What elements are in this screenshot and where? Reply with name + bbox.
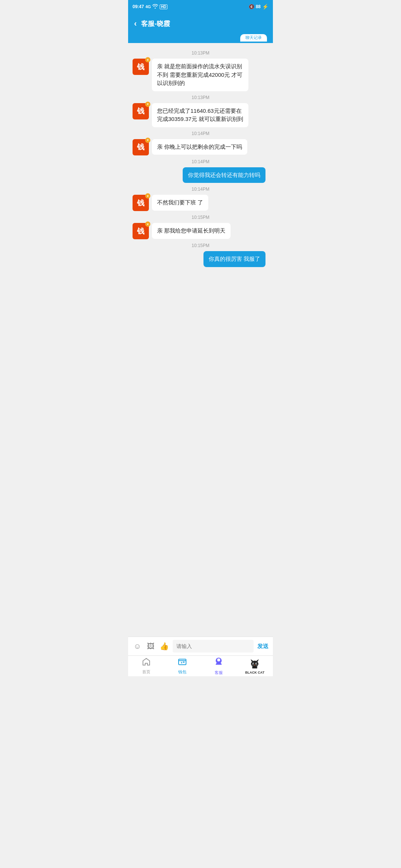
message-row-2: 钱 您已经完成了11640.63元还需要在完成30359.37元 就可以重新识别… (133, 103, 268, 127)
nav-wallet[interactable]: ¥ 钱包 (164, 657, 201, 675)
agent-avatar-5: 钱 (133, 195, 149, 211)
agent-avatar-3: 钱 (133, 139, 149, 155)
timestamp-3: 10:14PM (133, 131, 268, 136)
charging-icon: ⚡ (262, 4, 268, 10)
like-button[interactable]: 👍 (159, 641, 169, 651)
home-icon (142, 657, 151, 668)
bubble-6: 亲 那我给您申请延长到明天 (152, 223, 231, 239)
timestamp-6: 10:15PM (133, 215, 268, 220)
nav-service[interactable]: 客服 (200, 657, 237, 675)
message-row-1: 钱 亲 就是您前面操作的流水失误识别不到 需要您重新完成42000元 才可以识别… (133, 59, 268, 91)
status-left: 09:47 4G HD (133, 4, 167, 10)
wallet-icon: ¥ (178, 657, 187, 668)
bubble-2: 您已经完成了11640.63元还需要在完成30359.37元 就可以重新识别到 (152, 103, 248, 127)
chat-area: 10:13PM 钱 亲 就是您前面操作的流水失误识别不到 需要您重新完成4200… (128, 43, 273, 637)
bubble-3: 亲 你晚上可以把剩余的完成一下吗 (152, 139, 247, 155)
bubble-1: 亲 就是您前面操作的流水失误识别不到 需要您重新完成42000元 才可以识别到的 (152, 59, 248, 91)
message-row-3: 钱 亲 你晚上可以把剩余的完成一下吗 (133, 139, 268, 155)
nav-wallet-label: 钱包 (178, 669, 186, 675)
nav-blackcat[interactable]: BLACK CAT (237, 658, 273, 674)
blackcat-icon (248, 658, 261, 670)
avatar-badge-3 (145, 138, 150, 143)
header: ‹ 客服-晓霞 (128, 13, 273, 34)
agent-avatar-2: 钱 (133, 103, 149, 119)
hd-badge: HD (160, 4, 167, 9)
svg-text:¥: ¥ (181, 661, 183, 664)
timestamp-4: 10:14PM (133, 159, 268, 164)
timestamp-7: 10:15PM (133, 243, 268, 248)
avatar-badge-2 (145, 102, 150, 107)
chat-title: 客服-晓霞 (141, 19, 170, 28)
message-row-6: 钱 亲 那我给您申请延长到明天 (133, 223, 268, 239)
status-bar: 09:47 4G HD 🔇 88 ⚡ (128, 0, 273, 13)
avatar-badge-5 (145, 193, 150, 198)
time-display: 09:47 (133, 4, 144, 9)
message-row-7: 你真的很厉害 我服了 (133, 251, 268, 267)
svg-point-9 (253, 663, 254, 664)
nav-service-label: 客服 (215, 670, 223, 675)
mute-icon: 🔇 (249, 4, 254, 9)
message-row-5: 钱 不然我们要下班 了 (133, 195, 268, 211)
avatar-badge (145, 57, 150, 62)
back-button[interactable]: ‹ (134, 19, 137, 29)
tabs-bar: 聊天记录 (128, 34, 273, 43)
input-bar: ☺ 🖼 👍 发送 (128, 637, 273, 655)
battery-container: 88 (256, 4, 261, 9)
input-icons: ☺ 🖼 👍 (133, 641, 169, 651)
svg-point-10 (256, 663, 257, 664)
agent-avatar: 钱 (133, 59, 149, 75)
nav-home-label: 首页 (142, 669, 150, 675)
wifi-icon (152, 4, 158, 10)
bubble-5: 不然我们要下班 了 (152, 195, 208, 211)
message-row-4: 你觉得我还会转还有能力转吗 (133, 167, 268, 183)
bubble-4: 你觉得我还会转还有能力转吗 (183, 167, 265, 183)
service-icon (213, 657, 224, 669)
bubble-7: 你真的很厉害 我服了 (203, 251, 265, 267)
timestamp-5: 10:14PM (133, 187, 268, 192)
svg-point-3 (217, 658, 220, 661)
active-tab[interactable]: 聊天记录 (240, 34, 267, 42)
nav-home[interactable]: 首页 (128, 657, 164, 675)
bottom-nav: 首页 ¥ 钱包 客服 (128, 655, 273, 676)
emoji-button[interactable]: ☺ (133, 641, 142, 651)
svg-point-11 (254, 665, 255, 665)
agent-avatar-6: 钱 (133, 223, 149, 239)
status-right: 🔇 88 ⚡ (249, 4, 268, 10)
timestamp-1: 10:13PM (133, 50, 268, 56)
timestamp-2: 10:13PM (133, 95, 268, 100)
network-type: 4G (146, 4, 151, 9)
battery-level: 88 (256, 4, 261, 9)
image-button[interactable]: 🖼 (146, 641, 156, 651)
message-input[interactable] (173, 640, 254, 652)
send-button[interactable]: 发送 (257, 643, 268, 650)
nav-blackcat-label: BLACK CAT (245, 671, 264, 674)
avatar-badge-6 (145, 221, 150, 227)
